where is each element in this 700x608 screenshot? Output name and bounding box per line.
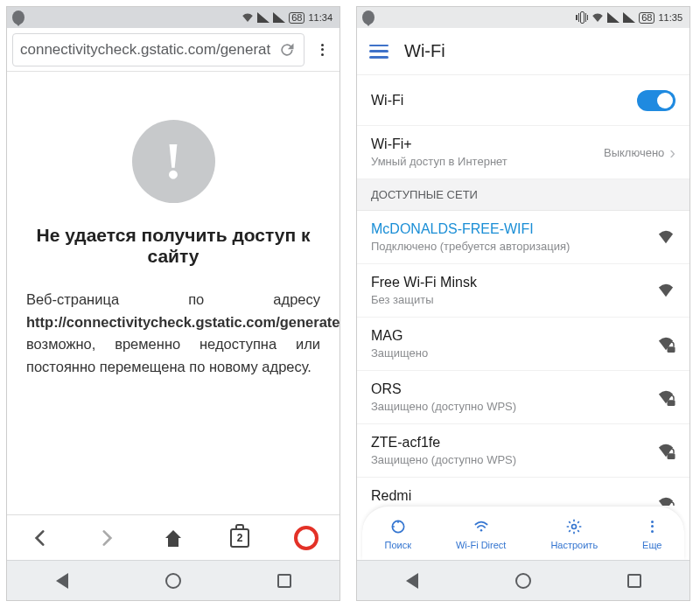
forward-button[interactable] xyxy=(89,521,124,556)
action-scan[interactable]: Поиск xyxy=(384,517,410,550)
wifi-network-row[interactable]: ZTE-acf1feЗащищено (доступно WPS) xyxy=(357,424,690,478)
chevron-right-icon: › xyxy=(669,143,676,163)
wifi-actions-bar: Поиск Wi-Fi Direct Настроить Еще xyxy=(362,506,684,560)
wifi-status-text: Защищено (доступно WPS) xyxy=(371,453,516,466)
nav-home-button[interactable] xyxy=(156,570,191,592)
back-button[interactable] xyxy=(23,521,58,556)
error-title: Не удается получить доступ к сайту xyxy=(26,225,320,267)
browser-phone: 68 11:34 connectivitycheck.gstatic.com/g… xyxy=(6,6,340,601)
wifi-ssid: ORS xyxy=(371,381,516,397)
wifi-signal-icon xyxy=(656,283,676,298)
more-icon xyxy=(642,517,662,536)
wifi-network-row[interactable]: ORSЗащищено (доступно WPS) xyxy=(357,371,690,424)
signal-icon xyxy=(607,11,620,24)
wifi-toggle-row[interactable]: Wi-Fi xyxy=(357,75,690,126)
status-bar: 68 11:35 xyxy=(357,7,690,28)
svg-point-5 xyxy=(480,528,482,531)
action-wifi-direct[interactable]: Wi-Fi Direct xyxy=(456,517,506,550)
opera-menu-button[interactable] xyxy=(289,521,324,556)
app-bar: Wi-Fi xyxy=(357,28,690,75)
wifi-status-icon xyxy=(592,11,604,24)
nav-back-button[interactable] xyxy=(395,570,430,592)
wifi-ssid: Redmi xyxy=(371,488,428,504)
clock: 11:35 xyxy=(658,12,682,23)
wifi-status-text: Подключено (требуется авторизация) xyxy=(371,240,570,253)
wifi-network-row[interactable]: McDONALDS-FREE-WIFIПодключено (требуется… xyxy=(357,211,690,264)
messenger-icon xyxy=(362,11,374,24)
wifi-status-text: Без защиты xyxy=(371,293,477,306)
messenger-icon xyxy=(12,11,24,24)
nav-recent-button[interactable] xyxy=(267,570,302,592)
browser-toolbar: 2 xyxy=(7,514,340,560)
wifi-plus-sub: Умный доступ в Интернет xyxy=(371,155,508,168)
wifi-signal-icon xyxy=(656,496,676,506)
wifi-ssid: MAG xyxy=(371,328,428,344)
gear-icon xyxy=(564,517,584,536)
warning-icon: ! xyxy=(132,120,215,203)
error-description: Веб-страница по адресу http://connectivi… xyxy=(26,289,320,378)
wifi-network-row[interactable]: RedmiЗащищено xyxy=(357,478,690,506)
wifi-plus-label: Wi-Fi+ xyxy=(371,136,508,152)
clock: 11:34 xyxy=(308,12,332,23)
signal-icon-2 xyxy=(273,11,285,24)
nav-back-button[interactable] xyxy=(45,570,80,592)
error-page: ! Не удается получить доступ к сайту Веб… xyxy=(7,72,340,514)
browser-menu-icon[interactable] xyxy=(310,44,334,56)
page-title: Wi-Fi xyxy=(404,41,445,61)
svg-point-6 xyxy=(572,524,577,528)
wifi-ssid: ZTE-acf1fe xyxy=(371,435,516,451)
wifi-signal-icon xyxy=(656,389,676,405)
svg-rect-1 xyxy=(668,400,676,406)
battery-indicator: 68 xyxy=(289,12,304,24)
status-bar: 68 11:34 xyxy=(7,7,340,28)
wifi-plus-row[interactable]: Wi-Fi+ Умный доступ в Интернет Выключено… xyxy=(357,126,690,179)
battery-indicator: 68 xyxy=(639,12,654,24)
wifi-ssid: McDONALDS-FREE-WIFI xyxy=(371,221,570,237)
tabs-button[interactable]: 2 xyxy=(222,521,257,556)
svg-rect-0 xyxy=(668,346,676,353)
wifi-network-row[interactable]: Free Wi-Fi MinskБез защиты xyxy=(357,264,690,318)
url-field[interactable]: connectivitycheck.gstatic.com/generat xyxy=(12,33,304,66)
action-more[interactable]: Еще xyxy=(642,517,662,550)
wifi-direct-icon xyxy=(472,517,491,536)
wifi-switch[interactable] xyxy=(637,90,676,111)
section-header-networks: ДОСТУПНЫЕ СЕТИ xyxy=(357,179,690,211)
wifi-plus-value: Выключено xyxy=(604,146,664,159)
wifi-ssid: Free Wi-Fi Minsk xyxy=(371,275,477,290)
nav-home-button[interactable] xyxy=(506,570,541,592)
hamburger-icon[interactable] xyxy=(369,45,388,59)
wifi-settings-phone: 68 11:35 Wi-Fi Wi-Fi Wi-Fi+ Умный доступ… xyxy=(356,6,690,601)
vibrate-icon xyxy=(576,11,588,24)
wifi-signal-icon xyxy=(656,336,676,352)
address-bar: connectivitycheck.gstatic.com/generat xyxy=(7,28,340,72)
nav-recent-button[interactable] xyxy=(617,570,652,592)
url-text: connectivitycheck.gstatic.com/generat xyxy=(20,41,270,59)
wifi-status-text: Защищено xyxy=(371,346,428,360)
wifi-signal-icon xyxy=(656,443,676,458)
scan-icon xyxy=(388,517,408,536)
signal-icon xyxy=(257,11,270,24)
android-nav-bar xyxy=(357,560,690,600)
action-configure[interactable]: Настроить xyxy=(550,517,598,550)
svg-rect-2 xyxy=(668,453,676,459)
wifi-signal-icon xyxy=(656,229,676,245)
wifi-settings-list: Wi-Fi Wi-Fi+ Умный доступ в Интернет Вык… xyxy=(357,75,690,506)
wifi-toggle-label: Wi-Fi xyxy=(371,93,403,108)
wifi-network-row[interactable]: MAGЗащищено xyxy=(357,318,690,371)
wifi-status-text: Защищено (доступно WPS) xyxy=(371,400,516,413)
signal-icon-2 xyxy=(623,11,635,24)
wifi-status-icon xyxy=(242,11,254,24)
android-nav-bar xyxy=(7,560,340,600)
reload-icon[interactable] xyxy=(277,40,297,59)
home-button[interactable] xyxy=(156,521,191,556)
